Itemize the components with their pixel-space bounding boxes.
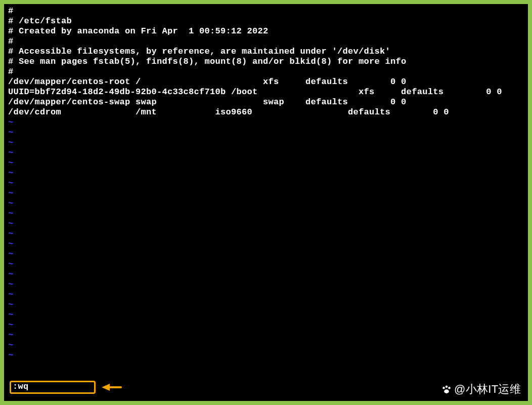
tilde-line: ~ — [8, 209, 526, 219]
svg-point-3 — [444, 389, 449, 393]
tilde-line: ~ — [8, 249, 526, 259]
file-content: # # /etc/fstab # Created by anaconda on … — [8, 6, 526, 117]
svg-point-1 — [446, 385, 448, 387]
tilde-line: ~ — [8, 128, 526, 138]
tilde-line: ~ — [8, 290, 526, 300]
tilde-line: ~ — [8, 259, 526, 269]
tilde-line: ~ — [8, 158, 526, 168]
tilde-line: ~ — [8, 320, 526, 330]
vim-command-text: :wq — [13, 382, 29, 392]
paw-icon — [441, 384, 452, 395]
terminal-frame: # # /etc/fstab # Created by anaconda on … — [4, 4, 528, 401]
arrow-left-icon — [102, 384, 122, 391]
empty-buffer-lines: ~~~~~~~~~~~~~~~~~~~~~~~~ — [8, 117, 526, 360]
tilde-line: ~ — [8, 279, 526, 290]
tilde-line: ~ — [8, 350, 526, 360]
tilde-line: ~ — [8, 188, 526, 198]
tilde-line: ~ — [8, 117, 526, 128]
tilde-line: ~ — [8, 330, 526, 340]
tilde-line: ~ — [8, 239, 526, 249]
tilde-line: ~ — [8, 148, 526, 158]
vim-command-row: :wq — [10, 381, 122, 394]
tilde-line: ~ — [8, 198, 526, 209]
tilde-line: ~ — [8, 229, 526, 239]
tilde-line: ~ — [8, 178, 526, 188]
tilde-line: ~ — [8, 269, 526, 279]
tilde-line: ~ — [8, 219, 526, 229]
svg-point-2 — [448, 387, 450, 389]
watermark: @小林IT运维 — [441, 384, 521, 395]
vim-command-input[interactable]: :wq — [10, 381, 96, 394]
tilde-line: ~ — [8, 340, 526, 350]
svg-point-0 — [442, 387, 445, 389]
watermark-handle: @小林IT运维 — [454, 384, 521, 394]
tilde-line: ~ — [8, 300, 526, 310]
tilde-line: ~ — [8, 138, 526, 148]
tilde-line: ~ — [8, 310, 526, 320]
tilde-line: ~ — [8, 168, 526, 178]
